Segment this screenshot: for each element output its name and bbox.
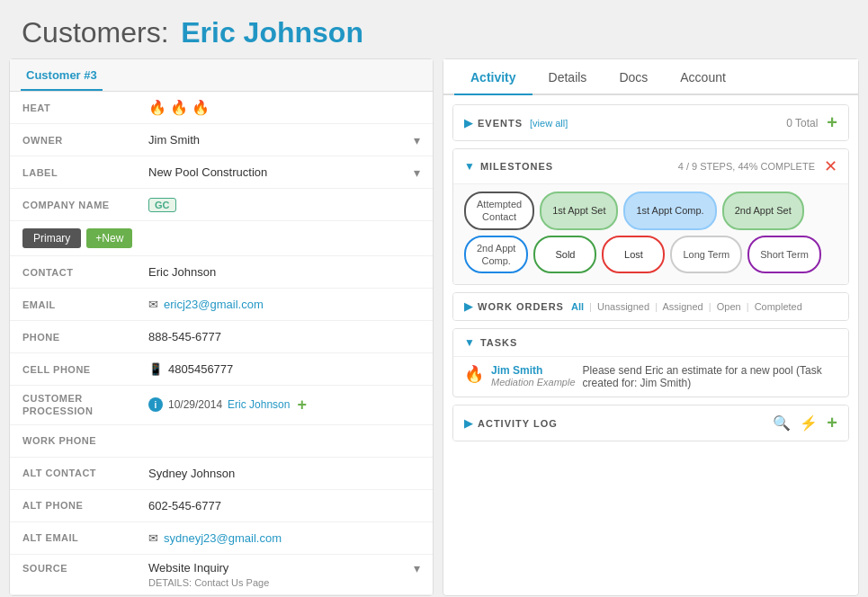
milestones-steps: AttemptedContact 1st Appt Set 1st Appt C… bbox=[453, 183, 848, 284]
phone-value: 888-545-6777 bbox=[148, 330, 221, 343]
owner-dropdown-icon[interactable]: ▾ bbox=[414, 133, 420, 147]
alt-phone-row: ALT PHONE 602-545-6777 bbox=[10, 490, 433, 522]
milestones-header: ▼ MILESTONES 4 / 9 STEPS, 44% COMPLETE ✕ bbox=[453, 149, 848, 183]
milestone-2nd-appt-comp[interactable]: 2nd ApptComp. bbox=[464, 236, 528, 274]
work-orders-title: WORK ORDERS bbox=[478, 301, 564, 312]
primary-button[interactable]: Primary bbox=[22, 228, 81, 248]
email-icon: ✉ bbox=[148, 298, 158, 311]
events-right: 0 Total + bbox=[786, 112, 837, 133]
milestone-1st-appt-set[interactable]: 1st Appt Set bbox=[540, 192, 618, 230]
milestone-attempted-contact[interactable]: AttemptedContact bbox=[464, 192, 534, 230]
email-label: EMAIL bbox=[22, 299, 148, 310]
milestone-sold[interactable]: Sold bbox=[533, 236, 596, 274]
label-value: New Pool Construction bbox=[148, 165, 414, 179]
search-icon[interactable]: 🔍 bbox=[773, 414, 791, 432]
label-field-label: LABEL bbox=[22, 167, 148, 178]
add-procession-icon[interactable]: + bbox=[297, 396, 307, 414]
email-row: EMAIL ✉ ericj23@gmail.com bbox=[10, 289, 433, 321]
filter-separator-1: | bbox=[589, 301, 592, 312]
work-phone-row: WORK PHONE bbox=[10, 425, 433, 458]
heat-icons: 🔥 🔥 🔥 bbox=[148, 99, 210, 116]
filter-assigned[interactable]: Assigned bbox=[662, 301, 702, 312]
tab-activity[interactable]: Activity bbox=[454, 59, 532, 95]
work-orders-section: ▶ WORK ORDERS All | Unassigned | Assigne… bbox=[452, 292, 849, 321]
task-info: Jim Smith Mediation Example bbox=[491, 364, 576, 388]
right-tabs: Activity Details Docs Account bbox=[443, 59, 858, 95]
alt-email-icon: ✉ bbox=[148, 531, 158, 545]
source-value: Website Inquiry bbox=[148, 561, 228, 575]
left-panel: Customer #3 HEAT 🔥 🔥 🔥 OWNER Jim Smith ▾… bbox=[9, 58, 434, 596]
phone-row: PHONE 888-545-6777 bbox=[10, 321, 433, 353]
filter-separator-4: | bbox=[747, 301, 749, 312]
source-label: SOURCE bbox=[22, 563, 148, 574]
filter-open[interactable]: Open bbox=[717, 301, 741, 312]
work-orders-filters: All | Unassigned | Assigned | Open | Com… bbox=[571, 301, 802, 312]
filter-separator-2: | bbox=[655, 301, 658, 312]
events-toggle-icon[interactable]: ▶ bbox=[464, 117, 472, 129]
task-sub: Mediation Example bbox=[491, 377, 576, 388]
milestones-title: MILESTONES bbox=[480, 161, 553, 172]
flash-icon[interactable]: ⚡ bbox=[800, 414, 818, 432]
procession-name[interactable]: Eric Johnson bbox=[228, 398, 290, 411]
activity-log-section: ▶ ACTIVITY LOG 🔍 ⚡ + bbox=[452, 405, 849, 441]
contact-buttons-row: Primary +New bbox=[10, 221, 433, 256]
milestones-section: ▼ MILESTONES 4 / 9 STEPS, 44% COMPLETE ✕… bbox=[452, 148, 849, 285]
milestone-short-term[interactable]: Short Term bbox=[747, 236, 821, 274]
heat-icon-3[interactable]: 🔥 bbox=[192, 99, 210, 116]
filter-completed[interactable]: Completed bbox=[755, 301, 802, 312]
task-fire-icon: 🔥 bbox=[464, 364, 484, 384]
heat-icon-1[interactable]: 🔥 bbox=[148, 99, 166, 116]
customer-name: Eric Johnson bbox=[181, 16, 363, 49]
label-dropdown-icon[interactable]: ▾ bbox=[414, 165, 420, 180]
filter-unassigned[interactable]: Unassigned bbox=[597, 301, 649, 312]
events-view-all-link[interactable]: [view all] bbox=[530, 118, 568, 129]
procession-label: CUSTOMER PROCESSION bbox=[22, 392, 148, 418]
procession-date: 10/29/2014 bbox=[168, 398, 222, 411]
milestone-lost[interactable]: Lost bbox=[602, 236, 665, 274]
milestone-1st-appt-comp[interactable]: 1st Appt Comp. bbox=[623, 192, 716, 230]
tab-account[interactable]: Account bbox=[664, 59, 742, 95]
task-row-0: 🔥 Jim Smith Mediation Example Please sen… bbox=[453, 356, 848, 397]
heat-label: HEAT bbox=[22, 102, 148, 113]
contact-value: Eric Johnson bbox=[148, 265, 420, 279]
filter-all[interactable]: All bbox=[571, 301, 584, 312]
alt-contact-label: ALT CONTACT bbox=[22, 468, 148, 478]
activity-log-add-icon[interactable]: + bbox=[827, 413, 837, 433]
new-button[interactable]: +New bbox=[86, 228, 132, 248]
company-row: COMPANY NAME GC bbox=[10, 189, 433, 221]
work-phone-label: WORK PHONE bbox=[22, 435, 148, 446]
contact-label: CONTACT bbox=[22, 267, 148, 278]
label-row: LABEL New Pool Construction ▾ bbox=[10, 156, 433, 189]
source-detail: DETAILS: Contact Us Page bbox=[148, 577, 420, 588]
work-orders-header: ▶ WORK ORDERS All | Unassigned | Assigne… bbox=[453, 293, 848, 320]
alt-phone-label: ALT PHONE bbox=[22, 500, 148, 511]
activity-log-icons: 🔍 ⚡ + bbox=[773, 413, 837, 433]
procession-row: CUSTOMER PROCESSION i 10/29/2014 Eric Jo… bbox=[10, 386, 433, 425]
alt-email-value[interactable]: sydneyj23@gmail.com bbox=[164, 531, 282, 545]
events-add-button[interactable]: + bbox=[827, 112, 837, 133]
cell-row: CELL PHONE 📱 4805456777 bbox=[10, 353, 433, 386]
task-description: Please send Eric an estimate for a new p… bbox=[583, 364, 837, 389]
source-row: SOURCE Website Inquiry ▾ DETAILS: Contac… bbox=[10, 555, 433, 595]
email-value[interactable]: ericj23@gmail.com bbox=[164, 298, 264, 311]
events-header: ▶ EVENTS [view all] 0 Total + bbox=[453, 105, 848, 140]
tab-details[interactable]: Details bbox=[532, 59, 604, 95]
activity-log-title: ACTIVITY LOG bbox=[478, 418, 558, 429]
milestones-close-icon[interactable]: ✕ bbox=[824, 156, 837, 176]
owner-label: OWNER bbox=[22, 135, 148, 146]
right-panel: Activity Details Docs Account ▶ EVENTS [… bbox=[443, 58, 859, 596]
milestone-2nd-appt-set[interactable]: 2nd Appt Set bbox=[722, 192, 804, 230]
tab-docs[interactable]: Docs bbox=[603, 59, 664, 95]
milestone-long-term[interactable]: Long Term bbox=[670, 236, 742, 274]
heat-icon-2[interactable]: 🔥 bbox=[170, 99, 188, 116]
work-orders-toggle-icon[interactable]: ▶ bbox=[464, 300, 472, 313]
tab-customer3[interactable]: Customer #3 bbox=[21, 59, 103, 91]
alt-email-row: ALT EMAIL ✉ sydneyj23@gmail.com bbox=[10, 522, 433, 555]
alt-email-label: ALT EMAIL bbox=[22, 532, 148, 543]
activity-log-toggle-icon[interactable]: ▶ bbox=[464, 417, 472, 430]
milestones-toggle-icon[interactable]: ▼ bbox=[464, 160, 475, 173]
tasks-toggle-icon[interactable]: ▼ bbox=[464, 336, 475, 349]
company-badge: GC bbox=[148, 198, 176, 212]
source-dropdown-icon[interactable]: ▾ bbox=[414, 561, 420, 575]
tasks-header: ▼ TASKS bbox=[453, 329, 848, 356]
